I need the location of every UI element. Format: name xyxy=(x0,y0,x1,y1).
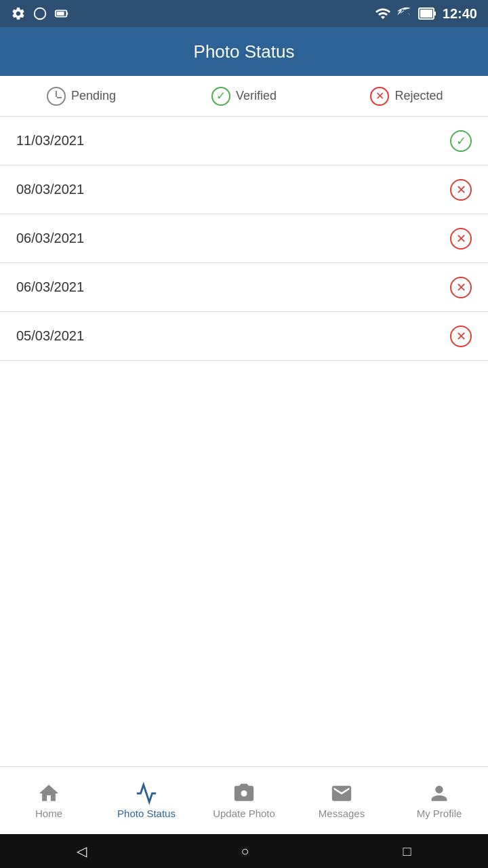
table-row[interactable]: 11/03/2021✓ xyxy=(0,117,488,165)
nav-photo-status-label: Photo Status xyxy=(117,808,176,819)
svg-rect-3 xyxy=(57,12,64,16)
home-icon xyxy=(37,782,60,805)
svg-rect-6 xyxy=(420,9,432,18)
rejected-icon: ✕ xyxy=(450,179,472,201)
svg-rect-2 xyxy=(66,12,68,15)
nav-messages-label: Messages xyxy=(319,808,365,819)
record-date: 06/03/2021 xyxy=(16,279,84,295)
circle-icon xyxy=(33,6,47,21)
message-icon xyxy=(330,782,353,805)
legend-pending: Pending xyxy=(0,87,163,106)
rejected-icon: ✕ xyxy=(450,326,472,347)
svg-point-0 xyxy=(35,8,46,20)
table-row[interactable]: 06/03/2021✕ xyxy=(0,214,488,263)
legend-rejected-label: Rejected xyxy=(394,89,443,103)
x-circle-icon: ✕ xyxy=(370,87,389,106)
record-date: 11/03/2021 xyxy=(16,133,84,149)
profile-icon xyxy=(428,782,451,805)
legend-row: Pending ✓ Verified ✕ Rejected xyxy=(0,76,488,117)
records-list: 11/03/2021✓08/03/2021✕06/03/2021✕06/03/2… xyxy=(0,117,488,361)
back-button[interactable]: ◁ xyxy=(77,843,87,859)
record-date: 06/03/2021 xyxy=(16,231,84,246)
battery-full-icon xyxy=(418,6,437,21)
system-nav-bar: ◁ ○ □ xyxy=(0,834,488,868)
nav-photo-status[interactable]: Photo Status xyxy=(98,767,195,834)
nav-my-profile-label: My Profile xyxy=(417,808,462,819)
status-time: 12:40 xyxy=(443,6,477,22)
app-header: Photo Status xyxy=(0,27,488,76)
legend-verified-label: Verified xyxy=(236,89,277,103)
table-row[interactable]: 06/03/2021✕ xyxy=(0,263,488,312)
home-button[interactable]: ○ xyxy=(241,844,249,859)
rejected-icon: ✕ xyxy=(450,228,472,250)
legend-pending-label: Pending xyxy=(71,89,116,103)
status-bar: 12:40 xyxy=(0,0,488,27)
status-bar-left xyxy=(11,6,69,21)
svg-rect-5 xyxy=(434,12,436,16)
legend-verified: ✓ Verified xyxy=(163,87,325,106)
status-bar-right: 12:40 xyxy=(375,5,477,22)
rejected-icon: ✕ xyxy=(450,277,472,298)
nav-messages[interactable]: Messages xyxy=(293,767,390,834)
signal-icon xyxy=(396,5,413,22)
nav-update-photo-label: Update Photo xyxy=(213,808,275,819)
verified-icon: ✓ xyxy=(450,130,472,152)
wifi-icon xyxy=(375,5,391,22)
bottom-nav: Home Photo Status Update Photo Messages … xyxy=(0,766,488,834)
recents-button[interactable]: □ xyxy=(403,844,411,859)
check-circle-icon: ✓ xyxy=(211,87,230,106)
table-row[interactable]: 05/03/2021✕ xyxy=(0,312,488,361)
page-title: Photo Status xyxy=(194,41,295,62)
pulse-icon xyxy=(135,782,158,805)
nav-my-profile[interactable]: My Profile xyxy=(390,767,488,834)
settings-icon xyxy=(11,6,26,21)
nav-home[interactable]: Home xyxy=(0,767,98,834)
record-date: 05/03/2021 xyxy=(16,328,84,344)
nav-update-photo[interactable]: Update Photo xyxy=(195,767,293,834)
camera-icon xyxy=(232,782,256,805)
legend-rejected: ✕ Rejected xyxy=(325,87,488,106)
table-row[interactable]: 08/03/2021✕ xyxy=(0,165,488,214)
battery-icon xyxy=(54,6,69,21)
clock-icon xyxy=(47,87,66,106)
record-date: 08/03/2021 xyxy=(16,182,84,197)
nav-home-label: Home xyxy=(35,808,62,819)
